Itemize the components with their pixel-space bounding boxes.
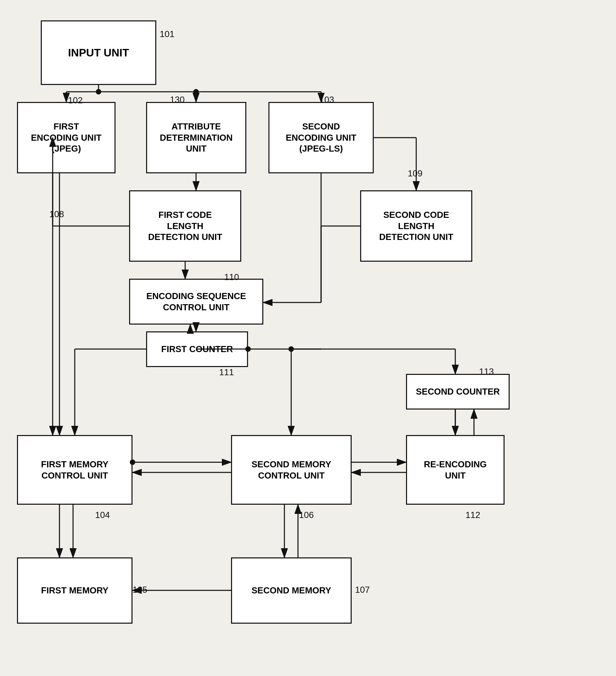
- second-counter-box: SECOND COUNTER: [406, 374, 510, 410]
- first-memory-ctrl-box: FIRST MEMORYCONTROL UNIT: [17, 435, 133, 505]
- input-unit-box: INPUT UNIT: [41, 20, 156, 85]
- label-106: 106: [299, 510, 314, 520]
- second-memory-box: SECOND MEMORY: [231, 557, 352, 624]
- re-encoding-unit-box: RE-ENCODINGUNIT: [406, 435, 505, 505]
- label-113: 113: [479, 366, 494, 377]
- label-108: 108: [49, 209, 64, 220]
- label-107: 107: [355, 585, 370, 595]
- encoding-sequence-ctrl-box: ENCODING SEQUENCECONTROL UNIT: [129, 279, 263, 325]
- label-111: 111: [219, 367, 234, 378]
- label-104: 104: [95, 510, 110, 520]
- svg-point-3: [96, 89, 101, 94]
- second-memory-ctrl-box: SECOND MEMORYCONTROL UNIT: [231, 435, 352, 505]
- label-105: 105: [133, 585, 147, 595]
- label-130: 130: [170, 94, 184, 105]
- second-code-length-box: SECOND CODELENGTHDETECTION UNIT: [360, 190, 472, 262]
- label-102: 102: [68, 95, 83, 106]
- label-103: 103: [319, 94, 334, 105]
- first-memory-box: FIRST MEMORY: [17, 557, 133, 624]
- diagram: INPUT UNIT 101 FIRSTENCODING UNIT(JPEG) …: [0, 0, 616, 676]
- label-110: 110: [224, 272, 239, 282]
- label-101: 101: [160, 29, 174, 39]
- svg-point-26: [288, 346, 294, 352]
- first-code-length-box: FIRST CODELENGTHDETECTION UNIT: [129, 190, 241, 262]
- label-109: 109: [408, 168, 422, 179]
- first-counter-box: FIRST COUNTER: [146, 331, 248, 367]
- attribute-determination-box: ATTRIBUTEDETERMINATIONUNIT: [146, 102, 246, 173]
- label-112: 112: [465, 510, 480, 520]
- first-encoding-unit-box: FIRSTENCODING UNIT(JPEG): [17, 102, 116, 173]
- svg-point-7: [193, 89, 199, 94]
- second-encoding-unit-box: SECONDENCODING UNIT(JPEG-LS): [268, 102, 374, 173]
